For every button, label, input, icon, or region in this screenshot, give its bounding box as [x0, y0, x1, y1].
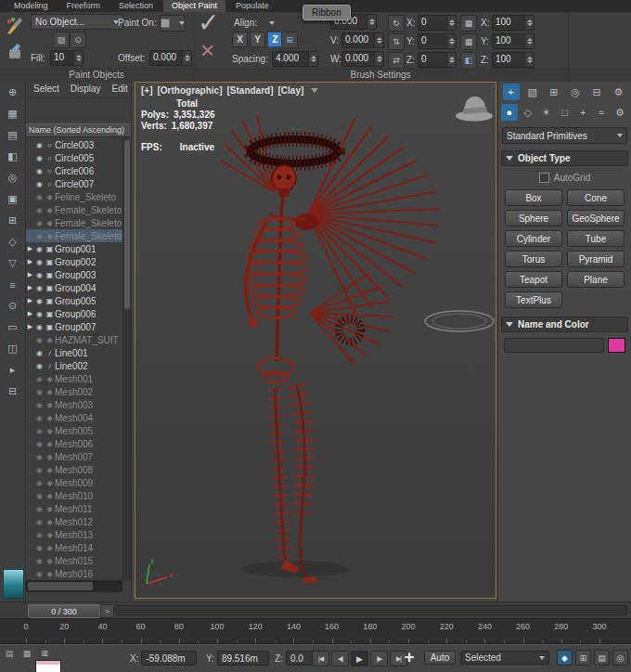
scale-x-spinner[interactable]: 100: [492, 15, 534, 31]
time-slider-track[interactable]: [115, 605, 627, 615]
default-in-out-tangents-icon[interactable]: ◆: [557, 650, 573, 666]
explorer-menu-edit[interactable]: Edit: [107, 83, 134, 97]
explorer-menu-select[interactable]: Select: [28, 83, 65, 97]
display-geometry-icon[interactable]: ▦: [0, 103, 25, 124]
scene-object-row[interactable]: ◉◆Mesh014: [26, 541, 122, 554]
modify-tab-icon[interactable]: ▧: [524, 84, 541, 100]
visibility-eye-icon[interactable]: ◉: [34, 284, 45, 292]
viewport[interactable]: [+] [Orthographic] [Standard] [Clay] Tot…: [135, 82, 496, 599]
brush-settings-section-label[interactable]: Brush Settings: [193, 70, 568, 80]
scene-object-row[interactable]: ◉◆Mesh010: [26, 489, 122, 502]
rotate-x-spinner[interactable]: 0: [418, 15, 457, 31]
expand-arrow-icon[interactable]: ▶: [26, 323, 34, 330]
scene-object-row[interactable]: ▶◉▣Group002: [26, 255, 122, 268]
selection-lock-icon[interactable]: ⊠: [37, 647, 52, 659]
y-coordinate-field[interactable]: 89.516m: [217, 651, 269, 666]
visibility-eye-icon[interactable]: ◉: [34, 245, 45, 253]
scale-y-spinner[interactable]: 100: [492, 33, 534, 49]
visibility-eye-icon[interactable]: ◉: [34, 414, 45, 422]
scale-z-spinner[interactable]: 100: [492, 52, 534, 68]
hierarchy-tab-icon[interactable]: ⊞: [546, 84, 562, 100]
scene-object-row[interactable]: ◉◆Mesh009: [26, 476, 122, 489]
erase-mode-button[interactable]: ⊙: [70, 32, 86, 48]
spinner-arrows-icon[interactable]: [446, 16, 456, 30]
trackbar-ruler[interactable]: 0204060801001201401601802002202402602803…: [0, 618, 631, 644]
scene-object-row[interactable]: ◉◆Female_Skeleto: [26, 216, 122, 229]
scale-grid-button[interactable]: ▦: [460, 15, 477, 32]
selection-set-dropdown[interactable]: Selected: [460, 651, 549, 665]
spinner-arrows-icon[interactable]: [374, 52, 383, 66]
helpers-category-icon[interactable]: +: [574, 104, 591, 121]
scene-object-row[interactable]: ◉◆Mesh003: [26, 398, 122, 411]
visibility-eye-icon[interactable]: ◉: [34, 531, 45, 539]
mini-curve-editor-icon[interactable]: ◎: [612, 650, 628, 666]
expand-arrow-icon[interactable]: ▶: [26, 245, 34, 252]
previous-frame-button[interactable]: ◀|: [331, 651, 349, 666]
scene-object-row[interactable]: ◉◆Mesh012: [26, 515, 122, 528]
display-lights-icon[interactable]: ◧: [0, 146, 25, 167]
shapes-category-icon[interactable]: ◇: [520, 104, 536, 121]
cameras-category-icon[interactable]: □: [556, 104, 573, 121]
visibility-eye-icon[interactable]: ◉: [34, 271, 45, 279]
display-spacewarps-icon[interactable]: ⊞: [0, 210, 25, 231]
set-key-button[interactable]: +: [399, 647, 419, 667]
expand-arrow-icon[interactable]: ▶: [26, 284, 34, 291]
expand-arrow-icon[interactable]: ▶: [26, 297, 34, 304]
visibility-eye-icon[interactable]: ◉: [34, 518, 45, 526]
display-bones-icon[interactable]: ≡: [0, 274, 25, 295]
display-tab-icon[interactable]: ⊟: [588, 84, 605, 100]
motion-tab-icon[interactable]: ◎: [567, 84, 584, 100]
visibility-eye-icon[interactable]: ◉: [34, 219, 45, 227]
spacing-spinner[interactable]: 4.000: [272, 51, 318, 67]
visibility-eye-icon[interactable]: ◉: [34, 453, 45, 461]
scene-object-row[interactable]: ◉◆Female_Skeleto: [26, 203, 122, 216]
display-materials-icon[interactable]: ▭: [0, 317, 25, 338]
ribbon-tab-modeling[interactable]: Modeling: [6, 0, 57, 12]
visibility-eye-icon[interactable]: ◉: [34, 154, 45, 162]
ribbon-tab-freeform[interactable]: Freeform: [58, 0, 109, 12]
create-tab-icon[interactable]: +: [503, 84, 520, 100]
scene-object-row[interactable]: ◉◆Mesh013: [26, 528, 122, 541]
name-column-header[interactable]: Name (Sorted Ascending): [26, 123, 131, 137]
fill-spinner[interactable]: 10: [50, 50, 84, 66]
object-type-rollout[interactable]: Object Type: [501, 150, 628, 166]
viewport-general-menu[interactable]: [+]: [141, 85, 153, 96]
scene-object-row[interactable]: ▶◉▣Group001: [26, 242, 122, 255]
spinner-arrows-icon[interactable]: [367, 15, 376, 29]
object-color-swatch[interactable]: [608, 338, 625, 353]
utilities-tab-icon[interactable]: ⚙: [610, 84, 626, 100]
scene-object-row[interactable]: ◉○Circle007: [26, 177, 122, 190]
rotate-y-spinner[interactable]: 0: [418, 33, 457, 49]
scene-object-row[interactable]: ◉◆Mesh004: [26, 411, 122, 424]
maxscript-mini-listener[interactable]: [35, 660, 61, 672]
visibility-eye-icon[interactable]: ◉: [34, 232, 45, 240]
rotate-z-spinner[interactable]: 0: [418, 52, 457, 68]
vertical-scrollbar[interactable]: [122, 138, 131, 580]
sphere-button[interactable]: Sphere: [505, 210, 562, 226]
scene-object-row[interactable]: ◉◆Female_Skeleto: [26, 229, 122, 242]
paint-mode-button[interactable]: ▨: [53, 32, 70, 48]
viewport-shading-menu[interactable]: [Clay]: [278, 85, 304, 96]
scene-object-row[interactable]: ◉○Circle005: [26, 151, 122, 164]
scene-object-row[interactable]: ▶◉▣Group005: [26, 294, 122, 307]
sync-selection-icon[interactable]: ⊟: [0, 381, 25, 402]
visibility-eye-icon[interactable]: ◉: [34, 466, 45, 474]
spinner-arrows-icon[interactable]: [73, 51, 83, 65]
scene-object-row[interactable]: ◉◆Mesh007: [26, 450, 122, 463]
visibility-eye-icon[interactable]: ◉: [34, 258, 45, 266]
scene-object-row[interactable]: ◉○Circle006: [26, 164, 122, 177]
geosphere-button[interactable]: GeoSphere: [567, 210, 625, 226]
spinner-arrows-icon[interactable]: [374, 33, 383, 47]
prompt-panel-icon[interactable]: ▦: [19, 647, 34, 659]
visibility-eye-icon[interactable]: ◉: [34, 141, 45, 149]
ribbon-tab-populate[interactable]: Populate: [227, 0, 277, 12]
paint-on-dropdown[interactable]: [160, 15, 186, 32]
vertical-scrollbar-thumb[interactable]: [124, 140, 130, 309]
x-coordinate-field[interactable]: -59.088m: [141, 651, 197, 666]
systems-category-icon[interactable]: ⚙: [612, 104, 628, 121]
scene-object-row[interactable]: ◉/Line001: [26, 346, 122, 359]
scene-object-row[interactable]: ◉◆Mesh015: [26, 554, 122, 567]
expand-arrow-icon[interactable]: ▶: [26, 310, 34, 317]
visibility-eye-icon[interactable]: ◉: [34, 557, 45, 565]
teapot-button[interactable]: Teapot: [505, 271, 562, 288]
